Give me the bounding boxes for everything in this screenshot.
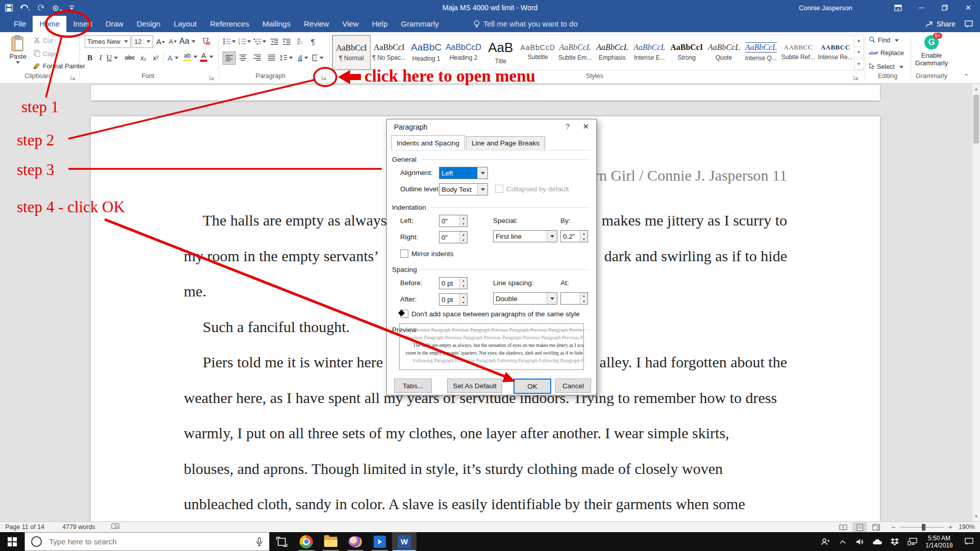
enable-grammarly-button[interactable]: G 5+ Enable Grammarly <box>914 35 949 67</box>
align-right-button[interactable] <box>251 52 263 64</box>
style-intense-quote[interactable]: AaBbCcLIntense Q... <box>742 35 779 69</box>
spin-down-icon[interactable]: ▼ <box>460 283 467 289</box>
style-no-spacing[interactable]: AaBbCcI¶ No Spac... <box>371 35 408 69</box>
spin-down-icon[interactable]: ▼ <box>580 236 587 242</box>
spin-down-icon[interactable]: ▼ <box>460 299 467 305</box>
style-title[interactable]: AaBTitle <box>482 35 519 69</box>
tab-file[interactable]: File <box>7 16 33 32</box>
taskbar-clock[interactable]: 5:50 AM 1/14/2018 <box>921 535 958 549</box>
action-center-icon[interactable] <box>958 532 980 551</box>
spin-up-icon[interactable]: ▲ <box>460 232 467 237</box>
strikethrough-button[interactable]: abc <box>122 52 137 64</box>
scrollbar-thumb[interactable] <box>973 95 979 143</box>
dialog-tab-indents-spacing[interactable]: Indents and Spacing <box>391 135 465 149</box>
styles-dialog-launcher-icon[interactable] <box>853 73 861 81</box>
cancel-button[interactable]: Cancel <box>555 379 591 393</box>
print-layout-icon[interactable] <box>852 522 867 532</box>
spin-up-icon[interactable]: ▲ <box>580 293 587 298</box>
onedrive-icon[interactable] <box>869 532 886 551</box>
paste-button[interactable]: Paste <box>5 35 31 64</box>
tab-references[interactable]: References <box>203 16 256 32</box>
scroll-up-icon[interactable]: ▲ <box>972 85 980 93</box>
style-subtle-emphasis[interactable]: AaBbCcLSubtle Em... <box>556 35 594 69</box>
tabs-button[interactable]: Tabs... <box>394 379 432 393</box>
share-button[interactable]: Share <box>925 20 955 28</box>
taskbar-search[interactable] <box>24 532 270 551</box>
spin-down-icon[interactable]: ▼ <box>460 221 467 227</box>
at-spinner[interactable]: ▲▼ <box>560 292 588 305</box>
format-painter-button[interactable]: Format Painter <box>34 62 85 70</box>
align-center-button[interactable] <box>237 52 249 64</box>
borders-button[interactable] <box>312 52 326 64</box>
line-spacing-button[interactable] <box>280 52 295 64</box>
style-subtitle[interactable]: AaBbCcDSubtitle <box>519 35 556 69</box>
font-name-combo[interactable]: Times New Ro <box>85 35 131 48</box>
multilevel-list-button[interactable] <box>253 35 266 47</box>
styles-scroll-up-icon[interactable]: ▲ <box>854 35 863 47</box>
set-as-default-button[interactable]: Set As Default <box>447 379 502 393</box>
grow-font-button[interactable]: A▲ <box>155 35 166 47</box>
search-input[interactable] <box>48 537 244 546</box>
cut-button[interactable]: Cut <box>34 37 53 45</box>
zoom-slider-thumb[interactable] <box>922 524 925 531</box>
clipboard-dialog-launcher-icon[interactable] <box>70 73 78 81</box>
tab-home[interactable]: Home <box>33 16 66 32</box>
account-name[interactable]: Connie Jasperson <box>799 4 852 12</box>
spin-down-icon[interactable]: ▼ <box>580 298 587 304</box>
spacing-before-spinner[interactable]: 0 pt▲▼ <box>439 277 468 289</box>
line-spacing-dropdown[interactable]: Double <box>493 292 557 305</box>
font-color-button[interactable]: A <box>200 51 215 63</box>
highlight-button[interactable]: ab <box>184 51 199 63</box>
copy-button[interactable]: Copy <box>34 49 58 58</box>
tell-me-box[interactable]: Tell me what you want to do <box>474 19 578 32</box>
spin-down-icon[interactable]: ▼ <box>460 237 467 243</box>
zoom-in-icon[interactable]: + <box>948 523 952 531</box>
microphone-icon[interactable] <box>256 537 263 546</box>
volume-icon[interactable] <box>851 532 869 551</box>
superscript-button[interactable]: x² <box>150 52 161 64</box>
tab-design[interactable]: Design <box>130 16 167 32</box>
shading-button[interactable] <box>297 52 310 64</box>
style-intense-reference[interactable]: AABBCCIntense Re... <box>817 35 854 69</box>
network-icon[interactable] <box>903 532 921 551</box>
text-effects-button[interactable]: A <box>166 52 182 64</box>
show-hide-pilcrow-button[interactable]: ¶ <box>307 35 318 47</box>
alignment-dropdown[interactable]: Left <box>439 167 488 179</box>
style-subtle-reference[interactable]: AABBCCSubtle Ref... <box>779 35 817 69</box>
task-view-button[interactable] <box>270 532 294 551</box>
clear-formatting-icon[interactable] <box>200 35 212 47</box>
find-button[interactable]: Find <box>869 36 901 44</box>
bold-button[interactable]: B <box>85 52 95 64</box>
change-case-button[interactable]: Aa <box>181 35 196 47</box>
mirror-indents-checkbox[interactable] <box>400 249 408 258</box>
shrink-font-button[interactable]: A▼ <box>167 35 179 47</box>
zoom-out-icon[interactable]: − <box>891 523 895 531</box>
style-emphasis[interactable]: AaBbCcLEmphasis <box>594 35 631 69</box>
restore-button[interactable] <box>933 0 957 15</box>
bullets-button[interactable] <box>223 35 236 47</box>
by-spinner[interactable]: 0.2"▲▼ <box>560 230 588 242</box>
help-icon[interactable]: ? <box>566 122 570 131</box>
spacing-after-spinner[interactable]: 0 pt▲▼ <box>439 293 468 306</box>
style-normal[interactable]: AaBbCcI¶ Normal <box>332 35 371 70</box>
justify-button[interactable] <box>265 52 278 64</box>
tab-grammarly[interactable]: Grammarly <box>395 16 446 32</box>
ok-button[interactable]: OK <box>513 379 551 394</box>
vertical-scrollbar[interactable]: ▲ ▼ <box>972 84 980 521</box>
web-layout-icon[interactable] <box>869 522 883 532</box>
start-button[interactable] <box>0 532 24 551</box>
people-icon[interactable] <box>817 532 834 551</box>
dialog-tab-line-page-breaks[interactable]: Line and Page Breaks <box>466 136 545 151</box>
subscript-button[interactable]: x₂ <box>138 52 149 64</box>
numbering-button[interactable]: 123 <box>238 35 251 47</box>
tab-draw[interactable]: Draw <box>99 16 130 32</box>
tab-review[interactable]: Review <box>297 16 335 32</box>
align-left-button[interactable] <box>223 52 236 65</box>
style-intense-emphasis[interactable]: AaBbCcLIntense E... <box>631 35 668 69</box>
collapse-ribbon-icon[interactable]: ⌃ <box>964 73 969 80</box>
ribbon-display-options-icon[interactable] <box>886 0 910 15</box>
spin-up-icon[interactable]: ▲ <box>460 294 467 299</box>
spin-up-icon[interactable]: ▲ <box>580 231 587 236</box>
decrease-indent-button[interactable] <box>268 35 280 47</box>
read-mode-icon[interactable] <box>836 522 850 532</box>
